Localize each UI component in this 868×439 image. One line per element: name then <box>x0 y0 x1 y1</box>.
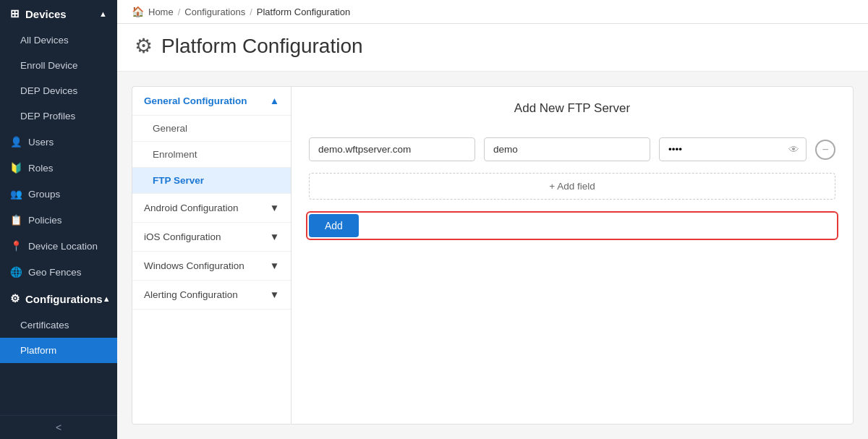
geo-icon: 🌐 <box>10 266 22 278</box>
left-panel: General Configuration ▲ General Enrolmen… <box>132 86 291 425</box>
left-panel-windows-config[interactable]: Windows Configuration ▼ <box>132 252 291 281</box>
chevron-up-icon: ▲ <box>99 9 107 18</box>
add-button-highlight <box>306 211 838 240</box>
breadcrumb-sep-2: / <box>250 7 252 17</box>
location-icon: 📍 <box>10 240 22 252</box>
chevron-up-icon-2: ▲ <box>103 294 111 303</box>
breadcrumb: 🏠 Home / Configurations / Platform Confi… <box>117 0 868 24</box>
left-panel-general-config[interactable]: General Configuration ▲ <box>132 87 291 116</box>
breadcrumb-sep-1: / <box>178 7 181 17</box>
sidebar-item-roles[interactable]: 🔰 Roles <box>0 155 117 181</box>
ftp-password-wrap: 👁 <box>659 137 807 161</box>
sidebar-item-device-location[interactable]: 📍 Device Location <box>0 233 117 259</box>
page-title: Platform Configuration <box>161 35 363 58</box>
home-icon: 🏠 <box>132 6 144 17</box>
user-icon: 👤 <box>10 136 22 148</box>
chevron-down-icon-windows: ▼ <box>270 260 279 271</box>
page-gear-icon: ⚙ <box>135 34 153 58</box>
policies-icon: 📋 <box>10 214 22 226</box>
left-panel-android-config[interactable]: Android Configuration ▼ <box>132 194 291 223</box>
add-button[interactable]: Add <box>309 214 359 237</box>
sidebar-configurations-section[interactable]: ⚙ Configurations ▲ <box>0 285 117 312</box>
page-title-bar: ⚙ Platform Configuration <box>117 24 868 72</box>
sidebar-item-policies[interactable]: 📋 Policies <box>0 207 117 233</box>
main-content: 🏠 Home / Configurations / Platform Confi… <box>117 0 868 439</box>
left-panel-ios-config[interactable]: iOS Configuration ▼ <box>132 223 291 252</box>
ftp-server-row: 👁 − <box>309 137 835 161</box>
breadcrumb-current: Platform Configuration <box>257 7 350 17</box>
remove-ftp-button[interactable]: − <box>815 140 835 160</box>
add-button-wrap: Add <box>309 214 835 237</box>
add-field-button[interactable]: + Add field <box>309 173 835 200</box>
ftp-username-input[interactable] <box>484 137 650 161</box>
groups-icon: 👥 <box>10 188 22 200</box>
sidebar-item-users[interactable]: 👤 Users <box>0 129 117 155</box>
sidebar-item-all-devices[interactable]: All Devices <box>0 27 117 53</box>
ftp-password-input[interactable] <box>659 137 807 161</box>
sidebar-item-groups[interactable]: 👥 Groups <box>0 181 117 207</box>
sidebar-item-certificates[interactable]: Certificates <box>0 312 117 338</box>
sidebar-item-enroll-device[interactable]: Enroll Device <box>0 53 117 78</box>
config-icon: ⚙ <box>10 292 20 305</box>
left-panel-enrolment[interactable]: Enrolment <box>132 142 291 168</box>
sidebar-item-platform[interactable]: Platform <box>0 338 117 363</box>
devices-label: Devices <box>25 8 67 20</box>
sidebar-item-geo-fences[interactable]: 🌐 Geo Fences <box>0 259 117 285</box>
content-area: General Configuration ▲ General Enrolmen… <box>117 72 868 439</box>
chevron-down-icon-android: ▼ <box>270 203 279 213</box>
sidebar: ⊞ Devices ▲ All Devices Enroll Device DE… <box>0 0 117 439</box>
breadcrumb-configurations[interactable]: Configurations <box>184 7 245 17</box>
grid-icon: ⊞ <box>10 7 20 20</box>
chevron-down-icon-ios: ▼ <box>270 231 279 242</box>
left-panel-general[interactable]: General <box>132 116 291 142</box>
roles-icon: 🔰 <box>10 162 22 174</box>
ftp-server-input[interactable] <box>309 137 475 161</box>
sidebar-devices-section[interactable]: ⊞ Devices ▲ <box>0 0 117 27</box>
sidebar-item-dep-profiles[interactable]: DEP Profiles <box>0 103 117 129</box>
sidebar-collapse-button[interactable]: < <box>0 415 117 439</box>
sidebar-item-dep-devices[interactable]: DEP Devices <box>0 78 117 103</box>
right-panel-title: Add New FTP Server <box>309 101 835 116</box>
chevron-up-icon-panel: ▲ <box>270 95 279 106</box>
eye-icon[interactable]: 👁 <box>788 143 799 155</box>
left-panel-ftp-server[interactable]: FTP Server <box>132 168 291 194</box>
right-panel: Add New FTP Server 👁 − + Add field Add <box>291 86 854 425</box>
breadcrumb-home[interactable]: Home <box>148 7 174 17</box>
chevron-down-icon-alerting: ▼ <box>270 289 279 300</box>
left-panel-alerting-config[interactable]: Alerting Configuration ▼ <box>132 281 291 310</box>
